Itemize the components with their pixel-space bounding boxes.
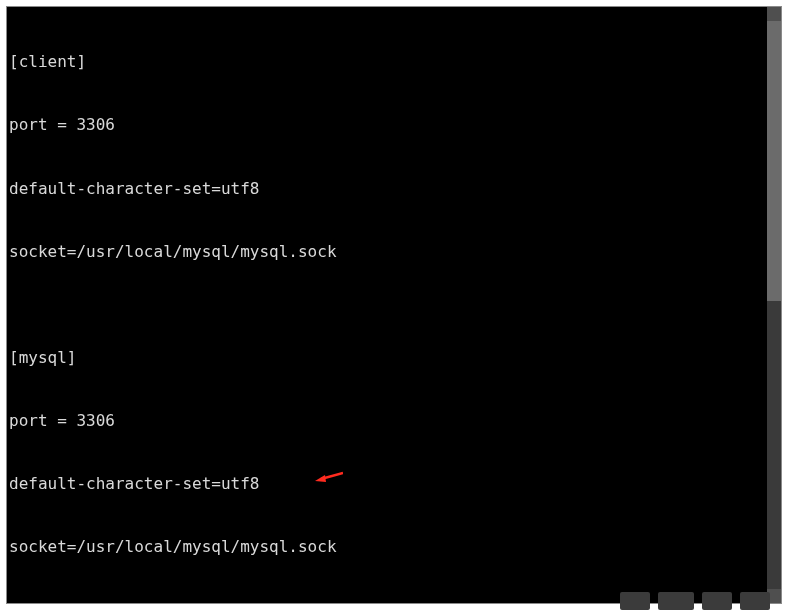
config-line: port = 3306	[9, 114, 769, 135]
config-line: [client]	[9, 51, 769, 72]
config-line: port = 3306	[9, 410, 769, 431]
terminal-text-area[interactable]: [client] port = 3306 default-character-s…	[7, 7, 769, 603]
scrollbar-up-button[interactable]	[767, 7, 781, 21]
config-line: [mysql]	[9, 347, 769, 368]
redacted-block	[740, 592, 770, 610]
config-line: default-character-set=utf8	[9, 473, 769, 494]
redacted-block	[620, 592, 650, 610]
redacted-block	[702, 592, 732, 610]
app-frame: [client] port = 3306 default-character-s…	[0, 0, 792, 610]
redacted-block	[658, 592, 694, 610]
redacted-overlay	[620, 588, 770, 610]
config-line: socket=/usr/local/mysql/mysql.sock	[9, 536, 769, 557]
config-line: default-character-set=utf8	[9, 178, 769, 199]
config-line: socket=/usr/local/mysql/mysql.sock	[9, 241, 769, 262]
terminal-window: [client] port = 3306 default-character-s…	[6, 6, 782, 604]
vertical-scrollbar[interactable]	[767, 7, 781, 603]
scrollbar-thumb[interactable]	[767, 21, 781, 301]
